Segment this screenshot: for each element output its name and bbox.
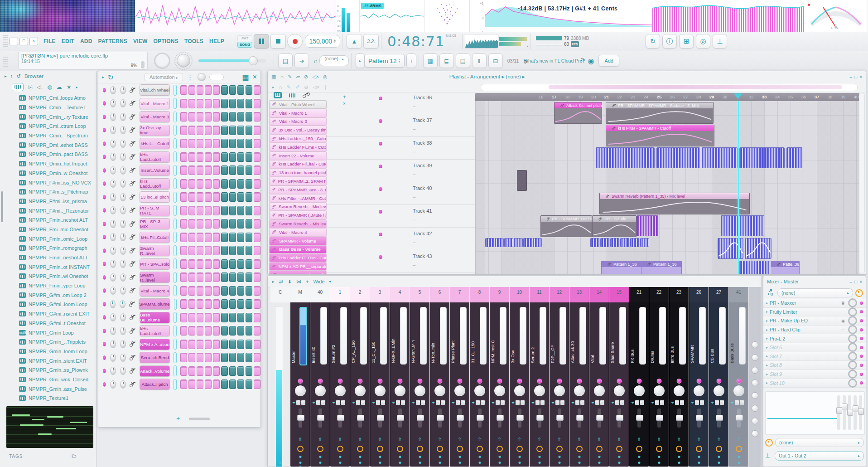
panels-button[interactable]: ⊞: [679, 34, 694, 49]
tempo-spinner[interactable]: ▲▼: [333, 39, 336, 44]
strip-pan-knob[interactable]: [574, 385, 585, 396]
strip-route-icon[interactable]: ⇧: [418, 437, 422, 443]
step-cells[interactable]: [180, 219, 260, 229]
effect-slot[interactable]: ▸ PR - Make Up EQ ◈: [763, 316, 866, 326]
strip-fader[interactable]: [480, 307, 487, 365]
strip-name[interactable]: NPM..rost C: [491, 309, 497, 363]
effect-slot[interactable]: ▸ Fruity Limiter: [763, 308, 866, 317]
picker-row[interactable]: SPAMMR - Volume: [269, 237, 327, 245]
track-led[interactable]: [379, 142, 382, 146]
strip-body[interactable]: Phase Plant ◂▸ ⇧ ⬇: [450, 302, 469, 467]
step-cells[interactable]: [180, 206, 260, 215]
tab-plugins[interactable]: ◁:: [37, 84, 43, 90]
strip-mute-led[interactable]: [557, 379, 562, 384]
slot-caret-icon[interactable]: ▸: [766, 328, 768, 332]
strip-clock-icon[interactable]: [536, 446, 543, 452]
tab-more[interactable]: ▸: [76, 85, 77, 89]
strip-name[interactable]: 11_C.._150: [371, 309, 377, 363]
strip-number[interactable]: C: [270, 287, 290, 297]
playlist-clip[interactable]: [533, 238, 542, 247]
pl-slice-icon[interactable]: ∣: [324, 84, 327, 90]
channel-volume-knob[interactable]: [120, 193, 126, 201]
browser-toggle-button[interactable]: ⊟: [488, 54, 503, 68]
mixer-plus-icon[interactable]: +: [306, 279, 309, 284]
effect-slot[interactable]: ▸ PR - Maxxer ♛: [763, 299, 866, 308]
strip-name[interactable]: FX Bus: [630, 309, 637, 363]
channel-volume-knob[interactable]: [120, 367, 126, 375]
channel-name-button[interactable]: SPAMM..olume: [139, 298, 170, 310]
browser-item[interactable]: NPMPR_G#mi..nsient EXIT: [0, 309, 96, 319]
channel-target-indicator[interactable]: [174, 219, 177, 229]
step-cells[interactable]: [180, 165, 260, 175]
playlist-clip[interactable]: PR - SPAMMR - SPAMMR - Surface - 3. MIX: [606, 102, 714, 124]
browser-item[interactable]: NPMPR_F#m..s_Pitchmap: [0, 187, 96, 197]
mixer-toggle-button[interactable]: ‖: [472, 54, 487, 68]
strip-number[interactable]: 7: [450, 287, 469, 297]
browser-item[interactable]: NPMPR_Dmin..w Oneshot: [0, 169, 96, 178]
menu-item[interactable]: HELP: [209, 38, 224, 44]
main-pitch-knob[interactable]: [177, 54, 190, 68]
channel-target-indicator[interactable]: [174, 352, 177, 363]
timeline-ruler[interactable]: 1617181920212223242526272829303233343536…: [475, 93, 859, 101]
playlist-clip[interactable]: [656, 147, 700, 168]
expand-icon[interactable]: ▸: [5, 74, 7, 78]
playlist-clip[interactable]: [718, 238, 743, 259]
strip-fader[interactable]: [420, 307, 427, 365]
send-knob[interactable]: [752, 418, 758, 424]
picker-row[interactable]: Vital - Macro 4: [269, 228, 327, 237]
channel-enable-led[interactable]: [103, 342, 106, 346]
pl-delete-icon[interactable]: ⊘: [304, 84, 308, 90]
eq-band-slider[interactable]: [843, 395, 846, 430]
typing-keyboard-button[interactable]: ▤: [278, 54, 293, 68]
slot-enable-led[interactable]: [860, 337, 863, 340]
playlist-clip[interactable]: [590, 238, 599, 247]
strip-pan-knob[interactable]: [594, 385, 605, 396]
picker-row[interactable]: Swarm Reverb..- Mix leve: [269, 219, 327, 228]
strip-number[interactable]: 4: [390, 287, 410, 297]
strip-widgets[interactable]: ◂▸: [591, 399, 607, 406]
strip-route-icon[interactable]: ⇧: [398, 437, 402, 443]
strip-clock-icon[interactable]: [337, 446, 343, 452]
slot-mix-knob[interactable]: [848, 325, 857, 334]
browser-item[interactable]: NPMPR_G#m..om Loop 2: [0, 290, 96, 300]
slot-mix-knob[interactable]: [848, 379, 857, 388]
slot-enable-led[interactable]: [860, 319, 863, 322]
menu-item[interactable]: OPTIONS: [154, 38, 178, 44]
slot-caret-icon[interactable]: ▸: [766, 301, 768, 305]
channel-target-indicator[interactable]: [174, 178, 177, 189]
picker-row[interactable]: NPM x AD PR__separation: [269, 262, 327, 271]
strip-widgets[interactable]: ◂▸: [392, 399, 408, 406]
strip-body[interactable]: F2P__G# ◂▸ ⇧ ⬇: [550, 302, 569, 467]
strip-mute-led[interactable]: [338, 379, 342, 384]
track-header-row[interactable]: Track 36 ...: [327, 91, 475, 114]
send-knob[interactable]: [752, 367, 758, 374]
strip-clock-icon[interactable]: [297, 446, 304, 452]
strip-clock-icon[interactable]: [457, 446, 463, 452]
mixer-strip[interactable]: 27 CB Bus ◂▸ ⇧ ⬇: [709, 287, 728, 467]
playlist-grid[interactable]: 1617181920212223242526272829303233343536…: [475, 93, 859, 274]
mixer-strip[interactable]: 3 11_C.._150 ◂▸ ⇧ ⬇: [370, 287, 390, 467]
strip-widgets[interactable]: ◂▸: [711, 399, 727, 406]
track-header-row[interactable]: Track 42 ...: [327, 227, 475, 250]
track-led[interactable]: [379, 97, 382, 100]
pl-zoom-icon[interactable]: ◎: [323, 74, 328, 80]
browser-item[interactable]: NPMPR_Fmin..neshot ALT: [0, 253, 96, 263]
step-cells[interactable]: [180, 99, 260, 108]
sync-button[interactable]: ↻: [646, 34, 660, 49]
pl-paint-icon[interactable]: ▱: [296, 74, 300, 80]
strip-route-icon[interactable]: ⇧: [438, 437, 442, 443]
channel-target-indicator[interactable]: [174, 339, 177, 350]
strip-route-icon[interactable]: ⇧: [617, 437, 621, 443]
channel-target-indicator[interactable]: [174, 232, 177, 243]
slot-mix-knob[interactable]: [848, 343, 857, 352]
pl-maximize-icon[interactable]: □: [854, 74, 857, 79]
mixer-link-icon[interactable]: ⇄: [279, 279, 283, 285]
step-cells[interactable]: [180, 179, 260, 189]
send-knob[interactable]: [752, 341, 758, 348]
toolbar-grip[interactable]: [3, 35, 8, 47]
channel-volume-knob[interactable]: [120, 340, 126, 348]
step-cells[interactable]: [180, 139, 260, 148]
strip-pan-knob[interactable]: [454, 385, 465, 396]
channel-enable-led[interactable]: [103, 248, 106, 253]
channel-pan-knob[interactable]: [110, 380, 116, 389]
